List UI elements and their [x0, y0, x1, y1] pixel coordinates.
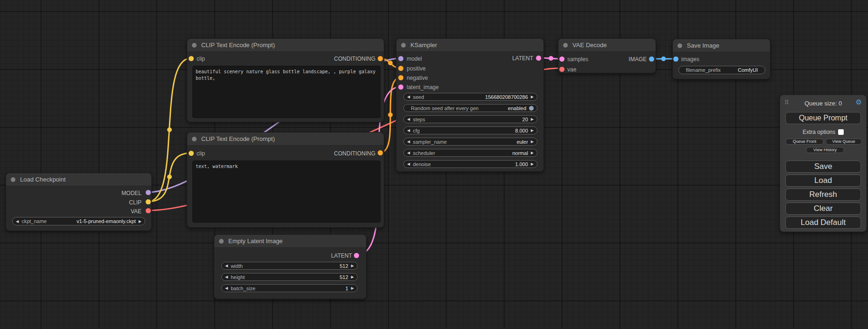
node-clip-text-encode-negative[interactable]: CLIP Text Encode (Prompt) clip CONDITION… [187, 132, 384, 228]
collapse-dot[interactable] [192, 43, 197, 48]
widget-label: Random seed after every gen [407, 105, 505, 111]
input-port-clip[interactable] [189, 151, 194, 156]
load-button[interactable]: Load [785, 175, 861, 187]
output-label-latent: LATENT [331, 252, 352, 259]
input-label-model: model [407, 56, 422, 62]
widget-cfg[interactable]: ◀ cfg 8.000 ▶ [403, 126, 537, 134]
prev-value-arrow-icon[interactable]: ◀ [16, 218, 19, 225]
node-clip-text-encode-positive[interactable]: CLIP Text Encode (Prompt) clip CONDITION… [187, 38, 384, 122]
widget-seed[interactable]: ◀ seed 156680208700286 ▶ [403, 93, 537, 101]
output-label-conditioning: CONDITIONING [334, 150, 375, 157]
node-title-bar[interactable]: CLIP Text Encode (Prompt) [187, 133, 384, 146]
increment-arrow-icon[interactable]: ▶ [351, 285, 354, 292]
queue-front-button[interactable]: Queue Front [785, 139, 824, 145]
node-empty-latent-image[interactable]: Empty Latent Image LATENT ◀ width 512 ▶ … [214, 234, 367, 299]
decrement-arrow-icon[interactable]: ◀ [407, 93, 410, 100]
view-history-button[interactable]: View History [806, 147, 844, 153]
input-port-negative[interactable] [398, 75, 403, 80]
node-save-image[interactable]: Save Image images filename_prefix ComfyU… [672, 39, 770, 79]
widget-denoise[interactable]: ◀ denoise 1.000 ▶ [403, 160, 537, 168]
node-title: VAE Decode [572, 42, 607, 49]
toggle-enabled-dot[interactable] [529, 106, 534, 111]
widget-label: sampler_name [413, 139, 514, 145]
output-port-conditioning[interactable] [378, 150, 383, 155]
next-value-arrow-icon[interactable]: ▶ [531, 138, 534, 145]
node-title-bar[interactable]: VAE Decode [558, 39, 656, 52]
input-port-samples[interactable] [559, 56, 565, 62]
widget-random-seed-toggle[interactable]: Random seed after every gen enabled [403, 104, 537, 112]
node-vae-decode[interactable]: VAE Decode samples vae IMAGE [558, 38, 656, 73]
widget-width[interactable]: ◀ width 512 ▶ [221, 262, 358, 270]
queue-prompt-button[interactable]: Queue Prompt [785, 112, 861, 124]
output-port-model[interactable] [146, 190, 151, 195]
widget-value: euler [516, 139, 528, 145]
collapse-dot[interactable] [563, 43, 568, 48]
increment-arrow-icon[interactable]: ▶ [531, 127, 534, 134]
node-title: Save Image [687, 42, 719, 49]
node-title-bar[interactable]: CLIP Text Encode (Prompt) [187, 39, 384, 52]
link-dot-image [661, 56, 666, 61]
decrement-arrow-icon[interactable]: ◀ [407, 127, 410, 134]
output-port-conditioning[interactable] [378, 56, 383, 61]
input-port-images[interactable] [673, 56, 678, 62]
output-port-clip[interactable] [146, 199, 151, 204]
input-port-vae[interactable] [559, 67, 565, 72]
increment-arrow-icon[interactable]: ▶ [531, 93, 534, 100]
refresh-button[interactable]: Refresh [785, 189, 861, 201]
clear-button[interactable]: Clear [785, 203, 861, 215]
widget-steps[interactable]: ◀ steps 20 ▶ [403, 115, 537, 123]
collapse-dot[interactable] [192, 137, 197, 141]
input-port-model[interactable] [398, 56, 403, 61]
comfyui-canvas[interactable]: { "colors": { "model": "#B39DDB", "clip"… [0, 0, 868, 329]
node-title-bar[interactable]: Empty Latent Image [214, 235, 366, 248]
input-port-positive[interactable] [398, 66, 403, 71]
widget-label: steps [413, 117, 519, 122]
decrement-arrow-icon[interactable]: ◀ [225, 285, 228, 292]
node-ksampler[interactable]: KSampler model positive negative latent_… [396, 38, 544, 172]
decrement-arrow-icon[interactable]: ◀ [407, 116, 410, 123]
collapse-dot[interactable] [677, 43, 682, 48]
increment-arrow-icon[interactable]: ▶ [351, 273, 354, 280]
collapse-dot[interactable] [11, 177, 15, 182]
extra-options-checkbox[interactable] [838, 129, 844, 135]
output-port-latent[interactable] [536, 56, 541, 61]
increment-arrow-icon[interactable]: ▶ [531, 161, 534, 168]
node-title-bar[interactable]: Load Checkpoint [6, 173, 151, 186]
node-title: Empty Latent Image [228, 238, 282, 245]
input-port-latent-image[interactable] [398, 84, 403, 90]
widget-batch-size[interactable]: ◀ batch_size 1 ▶ [221, 284, 358, 292]
widget-filename-prefix[interactable]: filename_prefix ComfyUI [678, 66, 765, 74]
output-port-image[interactable] [649, 56, 654, 62]
output-port-vae[interactable] [146, 208, 151, 213]
widget-sampler-name[interactable]: ◀ sampler_name euler ▶ [403, 138, 537, 146]
positive-prompt-textarea[interactable]: beautiful scenery nature glass bottle la… [192, 66, 381, 118]
widget-height[interactable]: ◀ height 512 ▶ [221, 273, 358, 281]
widget-value: 8.000 [515, 128, 528, 133]
widget-scheduler[interactable]: ◀ scheduler normal ▶ [403, 149, 537, 157]
increment-arrow-icon[interactable]: ▶ [531, 116, 534, 123]
collapse-dot[interactable] [401, 43, 406, 48]
output-label-conditioning: CONDITIONING [334, 56, 375, 62]
input-label-vae: vae [567, 66, 576, 73]
node-load-checkpoint[interactable]: Load Checkpoint MODEL CLIP VAE ◀ ckpt_na… [6, 173, 152, 231]
negative-prompt-textarea[interactable]: text, watermark [192, 161, 381, 223]
decrement-arrow-icon[interactable]: ◀ [407, 161, 410, 168]
input-port-clip[interactable] [189, 56, 194, 61]
collapse-dot[interactable] [219, 239, 224, 244]
node-title-bar[interactable]: Save Image [673, 39, 770, 52]
settings-gear-icon[interactable]: ⚙ [856, 98, 862, 105]
next-value-arrow-icon[interactable]: ▶ [139, 218, 141, 225]
input-label-positive: positive [407, 65, 426, 72]
output-port-latent[interactable] [354, 253, 359, 258]
node-title-bar[interactable]: KSampler [396, 39, 543, 52]
prev-value-arrow-icon[interactable]: ◀ [407, 149, 410, 156]
increment-arrow-icon[interactable]: ▶ [351, 262, 354, 269]
widget-ckpt-name[interactable]: ◀ ckpt_name v1-5-pruned-emaonly.ckpt ▶ [12, 217, 145, 225]
decrement-arrow-icon[interactable]: ◀ [225, 273, 228, 280]
load-default-button[interactable]: Load Default [785, 217, 861, 229]
save-button[interactable]: Save [785, 161, 861, 173]
next-value-arrow-icon[interactable]: ▶ [531, 149, 534, 156]
decrement-arrow-icon[interactable]: ◀ [225, 262, 228, 269]
prev-value-arrow-icon[interactable]: ◀ [407, 138, 410, 145]
view-queue-button[interactable]: View Queue [826, 139, 862, 145]
